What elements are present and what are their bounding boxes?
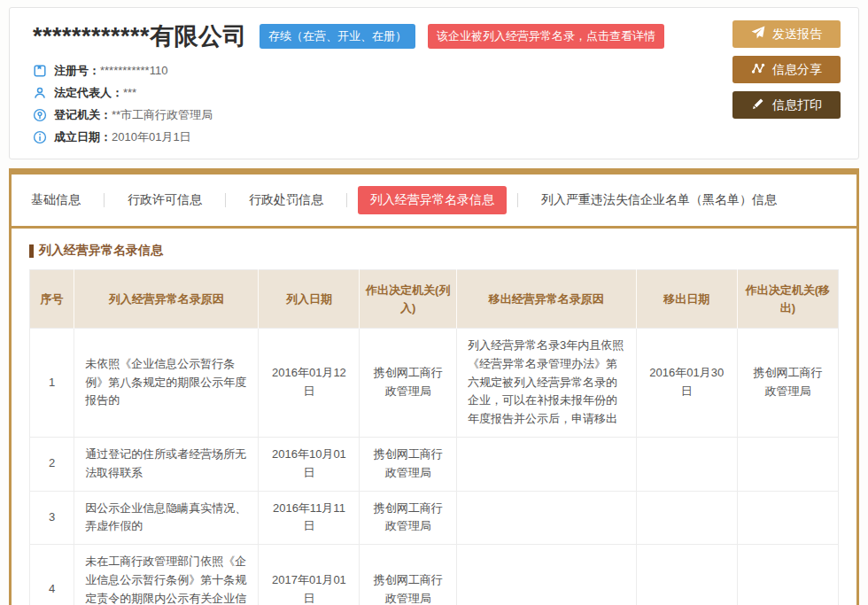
registration-icon [33,64,47,78]
print-info-button[interactable]: 信息打印 [732,91,841,119]
cell-removal-authority [737,437,838,491]
action-buttons: 发送报告 信息分享 信息打印 [732,20,841,119]
tab-administrative-license[interactable]: 行政许可信息 [115,186,214,214]
cell-removal-reason [457,491,637,545]
cell-seq: 3 [30,491,74,545]
abnormal-alert-badge[interactable]: 该企业被列入经营异常名录，点击查看详情 [428,24,664,49]
table-row: 2 通过登记的住所或者经营场所无法取得联系 2016年10月01日 携创网工商行… [30,437,839,491]
detail-legal-representative: 法定代表人： *** [33,81,841,104]
detail-value: 2010年01月1日 [112,129,191,145]
cell-listing-reason: 因公示企业信息隐瞒真实情况、弄虚作假的 [74,491,259,545]
tab-divider [517,193,518,207]
detail-label: 登记机关： [54,107,112,123]
section-title: 列入经营异常名录信息 [29,243,839,259]
col-header-listing-reason: 列入经营异常名录原因 [74,270,259,329]
table-header-row: 序号 列入经营异常名录原因 列入日期 作出决定机关(列入) 移出经营异常名录原因… [30,270,839,329]
col-header-seq: 序号 [30,270,74,329]
col-header-removal-authority: 作出决定机关(移出) [737,270,838,329]
cell-listing-authority: 携创网工商行政管理局 [360,545,457,605]
tab-basic-info[interactable]: 基础信息 [19,186,93,214]
detail-registration-number: 注册号： ***********110 [33,59,841,81]
tab-divider [225,193,226,207]
cell-removal-authority [737,491,838,545]
cell-listing-authority: 携创网工商行政管理局 [360,491,457,545]
tab-abnormal-operations[interactable]: 列入经营异常名录信息 [358,186,507,214]
detail-value: **市工商行政管理局 [112,107,213,123]
cell-listing-authority: 携创网工商行政管理局 [360,329,457,438]
tab-bar: 基础信息 行政许可信息 行政处罚信息 列入经营异常名录信息 列入严重违法失信企业… [12,175,856,229]
cell-listing-date: 2016年11月11日 [259,491,360,545]
cell-removal-date [636,545,737,605]
cell-removal-authority [737,545,838,605]
cell-removal-date [636,437,737,491]
company-name: ************有限公司 [33,20,247,52]
detail-value: ***********110 [100,64,167,77]
cell-seq: 1 [30,329,74,438]
company-details: 注册号： ***********110 法定代表人： *** 登记机关： **市… [33,59,841,148]
detail-label: 法定代表人： [54,85,123,101]
cell-listing-reason: 未在工商行政管理部门依照《企业信息公示暂行条例》第十条规定责令的期限内公示有关企… [74,545,259,605]
person-icon [33,86,47,100]
detail-label: 注册号： [54,63,100,79]
tab-divider [346,193,347,207]
send-icon [751,26,765,43]
table-row: 3 因公示企业信息隐瞒真实情况、弄虚作假的 2016年11月11日 携创网工商行… [30,491,839,545]
cell-removal-date: 2016年01月30日 [636,329,737,438]
detail-registration-authority: 登记机关： **市工商行政管理局 [33,104,841,126]
table-row: 4 未在工商行政管理部门依照《企业信息公示暂行条例》第十条规定责令的期限内公示有… [30,545,839,605]
cell-listing-authority: 携创网工商行政管理局 [360,437,457,491]
status-badge: 存续（在营、开业、在册） [260,24,415,49]
detail-value: *** [123,86,136,99]
location-icon [33,108,47,122]
tab-administrative-penalty[interactable]: 行政处罚信息 [236,186,336,214]
section-title-text: 列入经营异常名录信息 [39,243,163,259]
cell-removal-reason [457,437,637,491]
share-info-button[interactable]: 信息分享 [732,56,841,83]
print-info-label: 信息打印 [772,97,822,113]
cell-listing-date: 2016年10月01日 [259,437,360,491]
tab-blacklist[interactable]: 列入严重违法失信企业名单（黑名单）信息 [529,186,789,214]
send-report-button[interactable]: 发送报告 [732,20,841,48]
print-icon [751,97,765,113]
page: ************有限公司 存续（在营、开业、在册） 该企业被列入经营异常… [0,0,868,605]
abnormal-operations-table: 序号 列入经营异常名录原因 列入日期 作出决定机关(列入) 移出经营异常名录原因… [29,269,839,605]
col-header-removal-reason: 移出经营异常名录原因 [457,270,637,329]
detail-establishment-date: 成立日期： 2010年01月1日 [33,126,841,148]
info-icon [33,130,47,144]
cell-removal-reason: 列入经营异常名录3年内且依照《经营异常名录管理办法》第六规定被列入经营异常名录的… [457,329,637,438]
cell-removal-authority: 携创网工商行政管理局 [737,329,838,438]
company-header-card: ************有限公司 存续（在营、开业、在册） 该企业被列入经营异常… [9,7,859,159]
cell-listing-date: 2016年01月12日 [259,329,360,438]
cell-seq: 4 [30,545,74,605]
panel-content: 列入经营异常名录信息 序号 列入经营异常名录原因 列入日期 [12,229,856,605]
cell-removal-reason [457,545,637,605]
company-title-row: ************有限公司 存续（在营、开业、在册） 该企业被列入经营异常… [33,20,841,52]
send-report-label: 发送报告 [772,27,822,43]
tab-divider [104,193,105,207]
table-row: 1 未依照《企业信息公示暂行条例》第八条规定的期限公示年度报告的 2016年01… [30,329,839,438]
cell-listing-reason: 通过登记的住所或者经营场所无法取得联系 [74,437,259,491]
cell-seq: 2 [30,437,74,491]
section-title-bar [29,244,34,258]
col-header-listing-authority: 作出决定机关(列入) [360,270,457,329]
cell-listing-date: 2017年01月01日 [259,545,360,605]
share-icon [751,61,765,78]
cell-removal-date [636,491,737,545]
col-header-removal-date: 移出日期 [636,270,737,329]
info-panel: 基础信息 行政许可信息 行政处罚信息 列入经营异常名录信息 列入严重违法失信企业… [9,168,859,605]
cell-listing-reason: 未依照《企业信息公示暂行条例》第八条规定的期限公示年度报告的 [74,329,259,438]
col-header-listing-date: 列入日期 [259,270,360,329]
share-info-label: 信息分享 [772,62,822,78]
detail-label: 成立日期： [54,129,112,145]
